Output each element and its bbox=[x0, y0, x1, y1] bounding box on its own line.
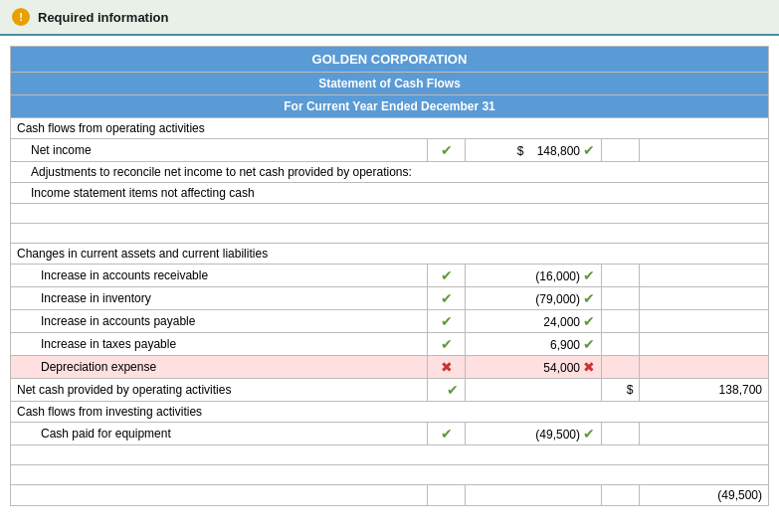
table-row: Increase in taxes payable ✔ 6,900 ✔ bbox=[11, 333, 769, 356]
row-label: Increase in accounts payable bbox=[11, 310, 428, 333]
required-info-bar: ! Required information bbox=[0, 0, 779, 36]
check-icon: ✔ bbox=[583, 142, 595, 158]
value-col1: 24,000 ✔ bbox=[466, 310, 602, 333]
row-label: Depreciation expense bbox=[11, 356, 428, 379]
table-row: Increase in accounts receivable ✔ (16,00… bbox=[11, 265, 769, 287]
section-label: Income statement items not affecting cas… bbox=[11, 183, 769, 204]
check-col1: ✖ bbox=[428, 356, 466, 379]
row-label bbox=[11, 485, 428, 506]
value-col2: 138,700 bbox=[640, 379, 769, 402]
check-icon: ✔ bbox=[441, 267, 453, 283]
value-col2 bbox=[640, 310, 769, 333]
header-title: Required information bbox=[38, 10, 168, 25]
check-icon: ✔ bbox=[583, 290, 595, 306]
check-icon: ✔ bbox=[447, 382, 459, 398]
row-label: Increase in accounts receivable bbox=[11, 265, 428, 287]
value-col2: (49,500) bbox=[640, 485, 769, 506]
table-row: Income statement items not affecting cas… bbox=[11, 183, 769, 204]
section-label: Adjustments to reconcile net income to n… bbox=[11, 162, 769, 183]
check-col1: ✔ bbox=[428, 310, 466, 333]
dollar-col2 bbox=[602, 423, 640, 445]
section-label: Changes in current assets and current li… bbox=[11, 244, 769, 265]
dollar-col2 bbox=[602, 333, 640, 356]
row-label: Increase in taxes payable bbox=[11, 333, 428, 356]
dollar-col2 bbox=[602, 139, 640, 162]
check-icon: ✔ bbox=[441, 336, 453, 352]
period-title: For Current Year Ended December 31 bbox=[11, 95, 769, 118]
value-col2 bbox=[640, 356, 769, 379]
info-icon: ! bbox=[12, 8, 30, 26]
dollar-col2: $ bbox=[602, 379, 640, 402]
empty-row bbox=[11, 465, 769, 485]
value-col2 bbox=[640, 139, 769, 162]
dollar-col2 bbox=[602, 485, 640, 506]
empty-row bbox=[11, 224, 769, 244]
table-row: Adjustments to reconcile net income to n… bbox=[11, 162, 769, 183]
check-icon: ✔ bbox=[583, 336, 595, 352]
check-icon: ✔ bbox=[583, 313, 595, 329]
value-col1: $ 148,800 ✔ bbox=[466, 139, 602, 162]
row-label: Net income bbox=[11, 139, 428, 162]
table-row: Net cash provided by operating activitie… bbox=[11, 379, 769, 402]
check-icon: ✔ bbox=[583, 426, 595, 442]
check-icon: ✔ bbox=[441, 290, 453, 306]
value-col1: (79,000) ✔ bbox=[466, 287, 602, 310]
value-col1: 6,900 ✔ bbox=[466, 333, 602, 356]
table-row: Changes in current assets and current li… bbox=[11, 244, 769, 265]
table-row: Increase in inventory ✔ (79,000) ✔ bbox=[11, 287, 769, 310]
error-icon: ✖ bbox=[441, 359, 453, 375]
value-col2 bbox=[640, 265, 769, 287]
table-row: Net income ✔ $ 148,800 ✔ bbox=[11, 139, 769, 162]
table-row: (49,500) bbox=[11, 485, 769, 506]
value-col1: (16,000) ✔ bbox=[466, 265, 602, 287]
value-col1 bbox=[466, 485, 602, 506]
table-row: Cash paid for equipment ✔ (49,500) ✔ bbox=[11, 423, 769, 445]
check-icon: ✔ bbox=[583, 267, 595, 283]
dollar-col2 bbox=[602, 310, 640, 333]
check-icon: ✔ bbox=[441, 142, 453, 158]
table-row: Depreciation expense ✖ 54,000 ✖ bbox=[11, 356, 769, 379]
table-row: Increase in accounts payable ✔ 24,000 ✔ bbox=[11, 310, 769, 333]
row-label: Cash paid for equipment bbox=[11, 423, 428, 445]
check-col1: ✔ bbox=[428, 379, 466, 402]
check-col1: ✔ bbox=[428, 333, 466, 356]
check-col1: ✔ bbox=[428, 265, 466, 287]
section-label: Cash flows from operating activities bbox=[11, 118, 769, 139]
empty-row bbox=[11, 445, 769, 465]
check-col1: ✔ bbox=[428, 287, 466, 310]
table-row: Cash flows from investing activities bbox=[11, 402, 769, 423]
row-label: Net cash provided by operating activitie… bbox=[11, 379, 428, 402]
check-col1: ✔ bbox=[428, 139, 466, 162]
value-col2 bbox=[640, 287, 769, 310]
table-container: GOLDEN CORPORATION Statement of Cash Flo… bbox=[0, 36, 779, 516]
section-label: Cash flows from investing activities bbox=[11, 402, 769, 423]
check-icon: ✔ bbox=[441, 313, 453, 329]
dollar-col2 bbox=[602, 356, 640, 379]
dollar-col2 bbox=[602, 265, 640, 287]
empty-row bbox=[11, 204, 769, 224]
value-col2 bbox=[640, 423, 769, 445]
error-icon: ✖ bbox=[583, 359, 595, 375]
check-col1: ✔ bbox=[428, 423, 466, 445]
cash-flow-table: GOLDEN CORPORATION Statement of Cash Flo… bbox=[10, 46, 769, 506]
statement-title: Statement of Cash Flows bbox=[11, 73, 769, 95]
value-col2 bbox=[640, 333, 769, 356]
value-col1 bbox=[466, 379, 602, 402]
value-col1: 54,000 ✖ bbox=[466, 356, 602, 379]
value-col1: (49,500) ✔ bbox=[466, 423, 602, 445]
table-row: Cash flows from operating activities bbox=[11, 118, 769, 139]
company-name: GOLDEN CORPORATION bbox=[11, 47, 769, 73]
dollar-col2 bbox=[602, 287, 640, 310]
check-icon: ✔ bbox=[441, 426, 453, 442]
check-col1 bbox=[428, 485, 466, 506]
row-label: Increase in inventory bbox=[11, 287, 428, 310]
